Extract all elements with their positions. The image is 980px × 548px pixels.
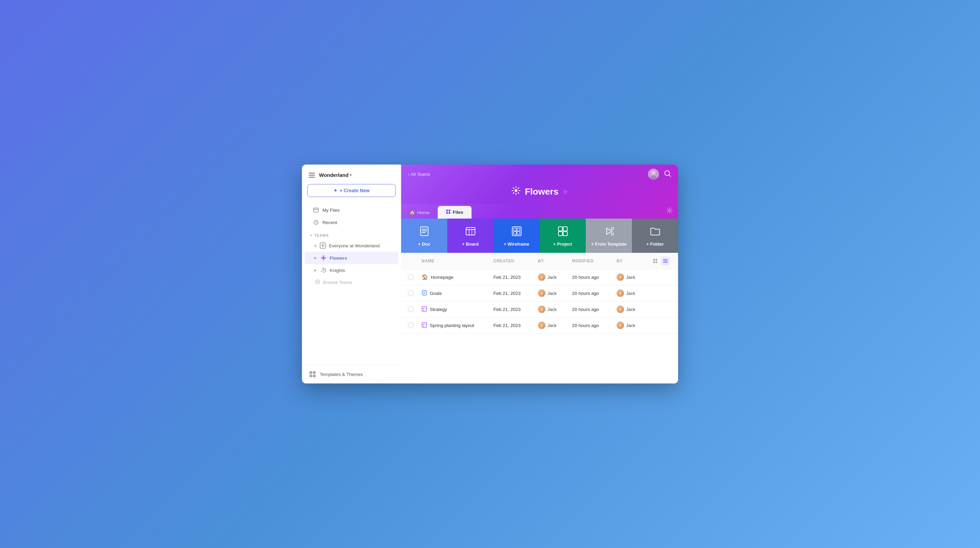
svg-point-10 xyxy=(317,281,318,282)
row-checkbox[interactable] xyxy=(408,290,414,296)
svg-rect-20 xyxy=(446,210,448,212)
row-checkbox[interactable] xyxy=(408,306,414,312)
table-row[interactable]: 🏠 Homepage Feb 21, 2023 J Jack 20 hours … xyxy=(401,269,678,285)
sidebar-item-flowers[interactable]: ▶ Flowers xyxy=(305,252,398,264)
homepage-created-by: J Jack xyxy=(538,273,572,281)
add-project-card[interactable]: + Project xyxy=(539,218,586,253)
action-cards: + Doc + Board xyxy=(401,218,678,253)
add-folder-label: + Folder xyxy=(646,242,664,247)
svg-rect-30 xyxy=(514,232,516,234)
grid-view-button[interactable] xyxy=(651,256,660,266)
svg-rect-39 xyxy=(653,259,655,261)
list-view-button[interactable] xyxy=(661,256,670,266)
add-folder-card[interactable]: + Folder xyxy=(632,218,678,253)
svg-point-5 xyxy=(323,255,325,257)
everyone-dot xyxy=(314,245,317,247)
add-doc-label: + Doc xyxy=(418,242,431,247)
jack-avatar-4: J xyxy=(617,289,624,297)
strategy-created: Feb 21, 2023 xyxy=(493,307,538,312)
browse-teams-label: Browse Teams xyxy=(323,280,352,285)
svg-rect-35 xyxy=(563,232,567,236)
file-table: Name Created By Modified By xyxy=(401,253,678,384)
add-wireframe-label: + Wireframe xyxy=(504,242,529,247)
table-row[interactable]: Spring planting layout Feb 21, 2023 J Ja… xyxy=(401,317,678,333)
hamburger-icon[interactable] xyxy=(309,173,315,178)
plus-icon: ✦ xyxy=(333,188,337,193)
jack-avatar-3: J xyxy=(538,289,546,297)
teams-section-header: ▾ TEAMS xyxy=(302,228,401,239)
flowers-icon xyxy=(320,255,327,261)
my-files-label: My Files xyxy=(323,208,340,213)
modified-col-header: Modified xyxy=(572,259,617,263)
create-new-button[interactable]: ✦ + Create New xyxy=(307,184,396,197)
jack-avatar-8: J xyxy=(617,322,624,329)
sidebar-nav: My Files Recent ▾ TEAMS xyxy=(302,202,401,290)
tab-home[interactable]: 🏠 Home xyxy=(401,206,438,218)
strategy-icon xyxy=(422,306,427,313)
sidebar-item-recent[interactable]: Recent xyxy=(305,216,398,228)
svg-point-16 xyxy=(651,171,655,175)
teams-chevron-icon: ▾ xyxy=(310,234,312,237)
browse-teams-icon xyxy=(315,279,320,286)
tabs-list: 🏠 Home Files xyxy=(401,204,471,218)
svg-point-4 xyxy=(323,257,325,259)
add-board-card[interactable]: + Board xyxy=(447,218,493,253)
home-tab-label: Home xyxy=(417,210,430,215)
row-checkbox[interactable] xyxy=(408,323,414,328)
search-icon[interactable] xyxy=(664,170,671,179)
sidebar-item-my-files[interactable]: My Files xyxy=(305,204,398,216)
recent-icon xyxy=(313,219,319,225)
sidebar-item-browse-teams[interactable]: Browse Teams xyxy=(302,276,401,288)
svg-rect-45 xyxy=(422,323,427,327)
svg-rect-12 xyxy=(313,371,316,374)
svg-point-24 xyxy=(669,210,671,212)
sidebar-item-knights[interactable]: ▶ 🧦 Knights xyxy=(305,264,398,276)
wireframe-icon xyxy=(512,226,522,239)
add-doc-card[interactable]: + Doc xyxy=(401,218,447,253)
add-wireframe-card[interactable]: + Wireframe xyxy=(493,218,539,253)
svg-rect-23 xyxy=(449,212,450,214)
everyone-icon xyxy=(319,242,326,249)
goals-icon xyxy=(422,290,427,296)
file-name-goals: Goals xyxy=(422,290,493,296)
everyone-label: Everyone at Wonderland xyxy=(329,243,380,249)
svg-rect-21 xyxy=(449,210,450,212)
file-name-spring: Spring planting layout xyxy=(422,322,493,329)
homepage-icon: 🏠 xyxy=(422,274,428,280)
row-checkbox[interactable] xyxy=(408,274,414,280)
user-avatar[interactable] xyxy=(648,169,659,180)
svg-point-7 xyxy=(321,257,323,259)
svg-rect-11 xyxy=(309,371,312,374)
svg-rect-29 xyxy=(517,228,520,231)
folder-icon xyxy=(650,226,660,239)
knights-expand-icon: ▶ xyxy=(314,269,317,272)
goals-created: Feb 21, 2023 xyxy=(493,291,538,296)
jack-avatar-2: J xyxy=(617,273,624,281)
team-gear-icon xyxy=(511,186,521,198)
header-actions xyxy=(648,169,671,180)
add-template-card[interactable]: + From Template xyxy=(586,218,632,253)
name-col-header: Name xyxy=(422,259,493,263)
favorite-star-icon[interactable]: ☆ xyxy=(563,188,568,196)
settings-gear-icon[interactable] xyxy=(667,207,673,215)
table-row[interactable]: Goals Feb 21, 2023 J Jack 20 hours ago J… xyxy=(401,285,678,301)
svg-rect-33 xyxy=(563,227,567,231)
tab-files[interactable]: Files xyxy=(438,206,471,218)
svg-rect-28 xyxy=(514,228,516,231)
sidebar-header: Wonderland ▾ xyxy=(302,164,401,184)
all-teams-link[interactable]: ‹ All Teams xyxy=(408,172,430,177)
table-row[interactable]: Strategy Feb 21, 2023 J Jack 20 hours ag… xyxy=(401,301,678,317)
svg-point-19 xyxy=(515,189,517,192)
svg-rect-26 xyxy=(466,228,475,235)
workspace-name[interactable]: Wonderland ▾ xyxy=(319,172,352,178)
sidebar-item-everyone[interactable]: Everyone at Wonderland xyxy=(305,239,398,252)
app-container: Wonderland ▾ ✦ + Create New My Files xyxy=(302,164,678,384)
svg-rect-37 xyxy=(611,228,613,229)
spring-modified-by: J Jack xyxy=(617,322,651,329)
add-project-label: + Project xyxy=(553,242,572,247)
sidebar-footer[interactable]: Templates & Themes xyxy=(302,365,401,384)
created-col-header: Created xyxy=(493,259,538,263)
my-files-icon xyxy=(313,207,319,213)
jack-avatar-1: J xyxy=(538,273,546,281)
workspace-label: Wonderland xyxy=(319,172,348,178)
